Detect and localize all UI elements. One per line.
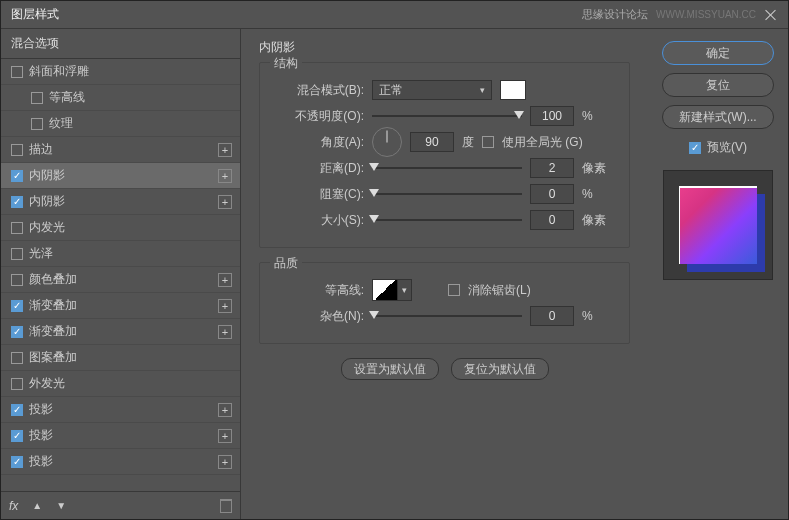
sidebar-item[interactable]: 光泽 <box>1 241 240 267</box>
effect-label: 描边 <box>29 141 53 158</box>
make-default-button[interactable]: 设置为默认值 <box>341 358 439 380</box>
sidebar-item[interactable]: 投影+ <box>1 397 240 423</box>
effect-checkbox[interactable] <box>11 300 23 312</box>
sidebar-item[interactable]: 渐变叠加+ <box>1 319 240 345</box>
global-light-checkbox[interactable] <box>482 136 494 148</box>
add-effect-icon[interactable]: + <box>218 169 232 183</box>
sidebar-item[interactable]: 投影+ <box>1 423 240 449</box>
settings-panel: 内阴影 结构 混合模式(B): 正常 ▾ 不透明度(O): <box>241 29 648 519</box>
sidebar-header[interactable]: 混合选项 <box>1 29 240 59</box>
effects-list: 斜面和浮雕等高线纹理描边+内阴影+内阴影+内发光光泽颜色叠加+渐变叠加+渐变叠加… <box>1 59 240 491</box>
sidebar-item[interactable]: 等高线 <box>1 85 240 111</box>
antialias-checkbox[interactable] <box>448 284 460 296</box>
effect-label: 内阴影 <box>29 167 65 184</box>
effect-checkbox[interactable] <box>11 222 23 234</box>
add-effect-icon[interactable]: + <box>218 325 232 339</box>
sidebar-item[interactable]: 外发光 <box>1 371 240 397</box>
blend-mode-label: 混合模式(B): <box>274 82 364 99</box>
distance-input[interactable]: 2 <box>530 158 574 178</box>
angle-unit: 度 <box>462 134 474 151</box>
effect-label: 内阴影 <box>29 193 65 210</box>
choke-input[interactable]: 0 <box>530 184 574 204</box>
size-slider[interactable] <box>372 213 522 227</box>
preview-checkbox[interactable] <box>689 142 701 154</box>
effect-label: 纹理 <box>49 115 73 132</box>
distance-slider[interactable] <box>372 161 522 175</box>
contour-picker[interactable] <box>372 279 398 301</box>
effect-checkbox[interactable] <box>11 430 23 442</box>
effect-checkbox[interactable] <box>11 378 23 390</box>
effect-checkbox[interactable] <box>11 456 23 468</box>
sidebar-item[interactable]: 颜色叠加+ <box>1 267 240 293</box>
sidebar-item[interactable]: 渐变叠加+ <box>1 293 240 319</box>
add-effect-icon[interactable]: + <box>218 273 232 287</box>
effect-label: 图案叠加 <box>29 349 77 366</box>
distance-unit: 像素 <box>582 160 606 177</box>
effect-checkbox[interactable] <box>11 352 23 364</box>
preview-label: 预览(V) <box>707 139 747 156</box>
angle-label: 角度(A): <box>274 134 364 151</box>
effect-checkbox[interactable] <box>31 118 43 130</box>
color-swatch[interactable] <box>500 80 526 100</box>
effect-checkbox[interactable] <box>11 404 23 416</box>
right-column: 确定 复位 新建样式(W)... 预览(V) <box>648 29 788 519</box>
quality-legend: 品质 <box>270 255 302 272</box>
noise-label: 杂色(N): <box>274 308 364 325</box>
choke-unit: % <box>582 187 593 201</box>
effect-checkbox[interactable] <box>11 274 23 286</box>
effect-label: 颜色叠加 <box>29 271 77 288</box>
sidebar-item[interactable]: 纹理 <box>1 111 240 137</box>
sidebar-item[interactable]: 内发光 <box>1 215 240 241</box>
effect-label: 内发光 <box>29 219 65 236</box>
titlebar-right: 思缘设计论坛 WWW.MISSYUAN.CC <box>582 7 778 22</box>
add-effect-icon[interactable]: + <box>218 195 232 209</box>
effect-checkbox[interactable] <box>11 248 23 260</box>
blend-mode-select[interactable]: 正常 ▾ <box>372 80 492 100</box>
effect-label: 斜面和浮雕 <box>29 63 89 80</box>
trash-icon[interactable] <box>220 499 232 513</box>
effect-checkbox[interactable] <box>11 144 23 156</box>
quality-fieldset: 品质 等高线: ▾ 消除锯齿(L) 杂色(N): <box>259 262 630 344</box>
noise-input[interactable]: 0 <box>530 306 574 326</box>
opacity-slider[interactable] <box>372 109 522 123</box>
effects-sidebar: 混合选项 斜面和浮雕等高线纹理描边+内阴影+内阴影+内发光光泽颜色叠加+渐变叠加… <box>1 29 241 519</box>
effect-label: 投影 <box>29 401 53 418</box>
fx-icon[interactable]: fx <box>9 499 18 513</box>
noise-unit: % <box>582 309 593 323</box>
move-down-icon[interactable]: ▼ <box>56 500 66 511</box>
contour-dropdown[interactable]: ▾ <box>398 279 412 301</box>
structure-legend: 结构 <box>270 55 302 72</box>
noise-slider[interactable] <box>372 309 522 323</box>
angle-dial[interactable] <box>372 127 402 157</box>
cancel-button[interactable]: 复位 <box>662 73 774 97</box>
add-effect-icon[interactable]: + <box>218 403 232 417</box>
sidebar-item[interactable]: 斜面和浮雕 <box>1 59 240 85</box>
close-icon[interactable] <box>764 8 778 22</box>
add-effect-icon[interactable]: + <box>218 143 232 157</box>
blend-mode-value: 正常 <box>379 82 403 99</box>
reset-default-button[interactable]: 复位为默认值 <box>451 358 549 380</box>
choke-slider[interactable] <box>372 187 522 201</box>
sidebar-item[interactable]: 内阴影+ <box>1 189 240 215</box>
sidebar-item[interactable]: 描边+ <box>1 137 240 163</box>
structure-fieldset: 结构 混合模式(B): 正常 ▾ 不透明度(O): 100 % <box>259 62 630 248</box>
opacity-unit: % <box>582 109 593 123</box>
sidebar-item[interactable]: 投影+ <box>1 449 240 475</box>
size-unit: 像素 <box>582 212 606 229</box>
add-effect-icon[interactable]: + <box>218 455 232 469</box>
angle-input[interactable]: 90 <box>410 132 454 152</box>
effect-checkbox[interactable] <box>11 170 23 182</box>
effect-checkbox[interactable] <box>11 66 23 78</box>
effect-checkbox[interactable] <box>11 196 23 208</box>
new-style-button[interactable]: 新建样式(W)... <box>662 105 774 129</box>
opacity-input[interactable]: 100 <box>530 106 574 126</box>
move-up-icon[interactable]: ▲ <box>32 500 42 511</box>
add-effect-icon[interactable]: + <box>218 429 232 443</box>
ok-button[interactable]: 确定 <box>662 41 774 65</box>
effect-checkbox[interactable] <box>11 326 23 338</box>
sidebar-item[interactable]: 图案叠加 <box>1 345 240 371</box>
add-effect-icon[interactable]: + <box>218 299 232 313</box>
size-input[interactable]: 0 <box>530 210 574 230</box>
effect-checkbox[interactable] <box>31 92 43 104</box>
sidebar-item[interactable]: 内阴影+ <box>1 163 240 189</box>
